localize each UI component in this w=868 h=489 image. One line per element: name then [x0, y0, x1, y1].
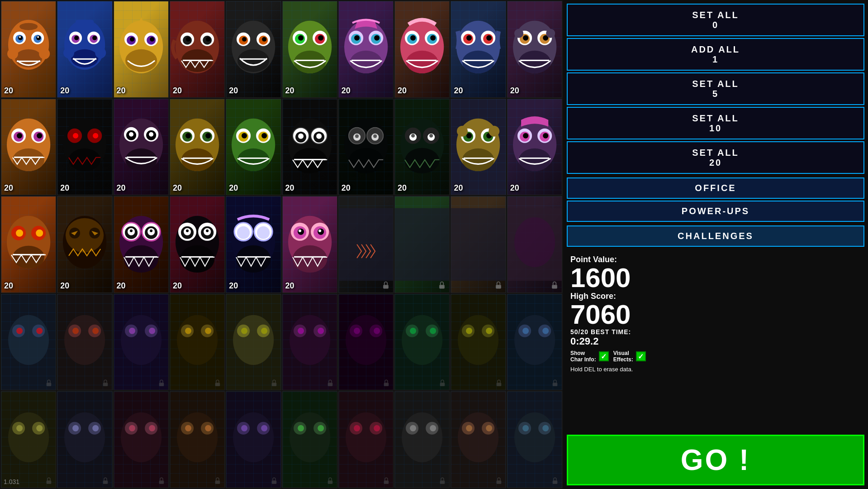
char-cell-5[interactable]: 20	[226, 1, 281, 98]
dim-icon-32	[101, 379, 109, 387]
char-cell-15[interactable]: 20	[226, 99, 281, 196]
char-cell-7[interactable]: 20	[338, 1, 394, 98]
set-all-5-button[interactable]: SET ALL 5	[567, 72, 864, 105]
char-cell-22[interactable]: 20	[57, 196, 112, 293]
char-cell-4[interactable]: 20	[170, 1, 225, 98]
svg-point-159	[355, 134, 359, 138]
svg-point-151	[316, 133, 322, 139]
svg-point-179	[457, 125, 468, 136]
char-cell-43[interactable]	[114, 391, 169, 488]
svg-point-314	[36, 425, 43, 431]
char-cell-19[interactable]: 20	[451, 99, 506, 196]
level-badge-26: 20	[285, 281, 294, 291]
show-char-info-checkbox[interactable]	[599, 351, 609, 361]
char-cell-18[interactable]: 20	[394, 99, 450, 196]
svg-point-86	[487, 35, 492, 41]
svg-point-253	[16, 328, 23, 334]
set-all-10-button[interactable]: SET ALL 10	[567, 107, 864, 139]
svg-point-135	[186, 120, 209, 129]
svg-point-274	[233, 315, 274, 364]
char-cell-38[interactable]	[394, 294, 450, 391]
show-char-info-group: ShowChar Info:	[570, 350, 609, 363]
char-cell-17[interactable]: 20	[338, 99, 394, 196]
char-cell-41[interactable]	[1, 391, 56, 488]
svg-point-120	[129, 132, 133, 136]
svg-point-67	[354, 35, 360, 41]
char-cell-48[interactable]	[394, 391, 450, 488]
char-cell-20[interactable]: 20	[507, 99, 562, 196]
char-cell-50[interactable]	[507, 391, 562, 488]
char-cell-13[interactable]: 20	[114, 99, 169, 196]
char-cell-16[interactable]: 20	[282, 99, 337, 196]
char-cell-1[interactable]: 20	[1, 1, 56, 98]
char-cell-8[interactable]: 20	[394, 1, 450, 98]
char-cell-37[interactable]	[338, 294, 394, 391]
char-cell-31[interactable]	[1, 294, 56, 391]
char-cell-6[interactable]: 20	[282, 1, 337, 98]
char-cell-34[interactable]	[170, 294, 225, 391]
char-cell-9[interactable]: 20	[451, 1, 506, 98]
char-cell-46[interactable]	[282, 391, 337, 488]
dim-icon-50	[551, 477, 559, 485]
svg-point-355	[410, 425, 416, 431]
char-cell-14[interactable]: 20	[170, 99, 225, 196]
char-cell-44[interactable]	[170, 391, 225, 488]
char-cell-36[interactable]	[282, 294, 337, 391]
char-cell-21[interactable]: 20	[1, 196, 56, 293]
char-cell-49[interactable]	[451, 391, 506, 488]
svg-point-78	[406, 51, 438, 73]
svg-point-96	[519, 51, 550, 73]
char-cell-23[interactable]: 20	[114, 196, 169, 293]
dim-icon-47	[382, 477, 390, 485]
version-label: 1.031	[4, 478, 19, 485]
office-button[interactable]: OFFICE	[567, 177, 864, 199]
char-cell-35[interactable]	[226, 294, 281, 391]
svg-rect-267	[159, 383, 164, 387]
level-badge-4: 20	[173, 86, 182, 96]
svg-point-238	[318, 230, 321, 232]
char-cell-24[interactable]: 20	[170, 196, 225, 293]
char-cell-28[interactable]	[394, 196, 450, 293]
svg-rect-178	[464, 157, 493, 158]
svg-rect-315	[47, 480, 52, 484]
svg-point-326	[149, 425, 155, 431]
svg-point-250	[8, 315, 49, 364]
char-cell-2[interactable]: 20	[57, 1, 112, 98]
svg-point-123	[151, 132, 153, 134]
char-cell-40[interactable]	[507, 294, 562, 391]
char-cell-30[interactable]	[507, 196, 562, 293]
set-all-0-button[interactable]: SET ALL 0	[567, 4, 864, 36]
add-all-1-button[interactable]: ADD ALL 1	[567, 38, 864, 71]
char-cell-3[interactable]: 20	[114, 1, 169, 98]
char-cell-27[interactable]	[338, 196, 394, 293]
svg-point-193	[16, 230, 23, 237]
char-cell-33[interactable]	[114, 294, 169, 391]
svg-point-114	[69, 148, 100, 171]
char-cell-11[interactable]: 20	[1, 99, 56, 196]
char-cell-26[interactable]: 20	[282, 196, 337, 293]
char-cell-39[interactable]	[451, 294, 506, 391]
char-cell-10[interactable]: 20	[507, 1, 562, 98]
dim-icon-34	[213, 379, 222, 387]
char-cell-32[interactable]	[57, 294, 112, 391]
char-cell-12[interactable]: 20	[57, 99, 112, 196]
svg-point-280	[289, 315, 330, 364]
level-badge-17: 20	[342, 183, 351, 193]
svg-point-352	[402, 412, 442, 462]
visual-effects-checkbox[interactable]	[636, 351, 646, 361]
char-cell-47[interactable]	[338, 391, 394, 488]
go-button[interactable]: GO !	[567, 435, 864, 485]
char-cell-45[interactable]	[226, 391, 281, 488]
svg-point-13	[19, 23, 38, 30]
svg-point-286	[346, 315, 386, 364]
challenges-button[interactable]: CHALLENGES	[567, 225, 864, 247]
svg-rect-244	[440, 285, 445, 288]
char-cell-42[interactable]	[57, 391, 112, 488]
char-cell-29[interactable]	[451, 196, 506, 293]
svg-point-187	[543, 133, 548, 138]
power-ups-button[interactable]: POWER-UPS	[567, 201, 864, 222]
svg-point-262	[121, 315, 161, 364]
svg-point-85	[466, 35, 472, 41]
char-cell-25[interactable]: 20	[226, 196, 281, 293]
set-all-20-button[interactable]: SET ALL 20	[567, 141, 864, 174]
